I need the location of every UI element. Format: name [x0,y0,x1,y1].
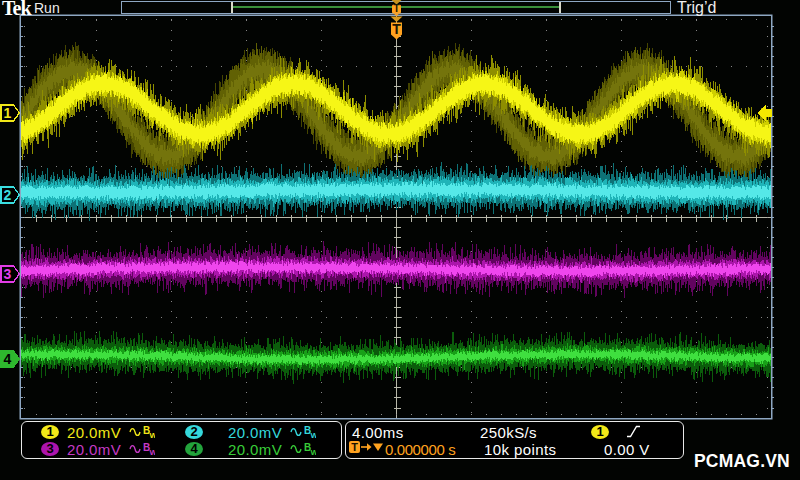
svg-text:4: 4 [4,351,12,367]
svg-text:W: W [150,448,156,456]
svg-text:W: W [311,448,317,456]
svg-text:T: T [392,21,401,37]
svg-text:W: W [150,431,156,439]
svg-text:T: T [393,3,399,14]
svg-text:1: 1 [4,105,12,121]
svg-text:2: 2 [4,187,12,203]
svg-text:W: W [311,431,317,439]
svg-text:3: 3 [4,266,12,282]
